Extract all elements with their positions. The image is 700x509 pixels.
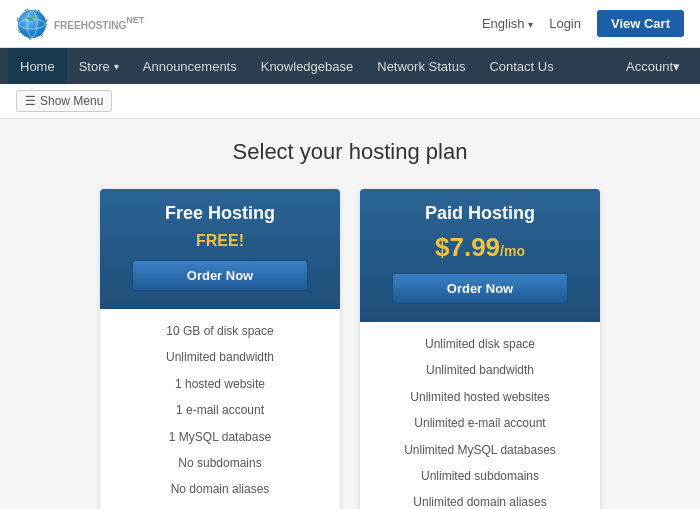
paid-hosting-card: Paid Hosting $7.99/mo Order Now Unlimite… (360, 189, 600, 509)
feature-email: 1 e-mail account (116, 400, 324, 420)
feature-disk: 10 GB of disk space (116, 321, 324, 341)
paid-feature-disk: Unlimited disk space (376, 334, 584, 354)
nav-item-store[interactable]: Store ▾ (67, 48, 131, 84)
feature-mysql: 1 MySQL database (116, 427, 324, 447)
nav-item-network-status[interactable]: Network Status (365, 48, 477, 84)
paid-feature-domain-aliases: Unlimited domain aliases (376, 492, 584, 509)
breadcrumb-bar: ☰ Show Menu (0, 84, 700, 119)
page-title: Select your hosting plan (24, 139, 676, 165)
view-cart-button[interactable]: View Cart (597, 10, 684, 37)
free-plan-title: Free Hosting (110, 203, 330, 224)
feature-bandwidth: Unlimited bandwidth (116, 347, 324, 367)
header-right: English ▾ Login View Cart (482, 10, 684, 37)
free-plan-price: FREE! (110, 232, 330, 250)
site-header: FREEHOSTINGNET English ▾ Login View Cart (0, 0, 700, 48)
feature-websites: 1 hosted website (116, 374, 324, 394)
svg-point-6 (18, 10, 46, 38)
paid-plan-title: Paid Hosting (370, 203, 590, 224)
paid-plan-features: Unlimited disk space Unlimited bandwidth… (360, 322, 600, 509)
logo-text: FREEHOSTINGNET (54, 15, 144, 32)
free-order-button[interactable]: Order Now (132, 260, 308, 291)
chevron-down-icon: ▾ (114, 61, 119, 72)
paid-feature-bandwidth: Unlimited bandwidth (376, 360, 584, 380)
nav-item-announcements[interactable]: Announcements (131, 48, 249, 84)
logo-suffix: NET (126, 15, 144, 25)
paid-feature-mysql: Unlimited MySQL databases (376, 440, 584, 460)
free-hosting-card: Free Hosting FREE! Order Now 10 GB of di… (100, 189, 340, 509)
logo-icon (16, 8, 48, 40)
main-content: Select your hosting plan Free Hosting FR… (0, 119, 700, 509)
nav-item-contact-us[interactable]: Contact Us (477, 48, 565, 84)
pricing-row: Free Hosting FREE! Order Now 10 GB of di… (24, 189, 676, 509)
show-menu-button[interactable]: ☰ Show Menu (16, 90, 112, 112)
free-plan-features: 10 GB of disk space Unlimited bandwidth … (100, 309, 340, 509)
paid-plan-price: $7.99/mo (370, 232, 590, 263)
nav-item-home[interactable]: Home (8, 48, 67, 84)
chevron-down-icon: ▾ (673, 59, 680, 74)
feature-subdomains: No subdomains (116, 453, 324, 473)
nav-account[interactable]: Account ▾ (614, 48, 692, 84)
logo-name: FREEHOSTING (54, 20, 126, 31)
menu-icon: ☰ (25, 94, 36, 108)
login-link[interactable]: Login (549, 16, 581, 31)
paid-card-header: Paid Hosting $7.99/mo Order Now (360, 189, 600, 322)
paid-feature-email: Unlimited e-mail account (376, 413, 584, 433)
main-nav: Home Store ▾ Announcements Knowledgebase… (0, 48, 700, 84)
logo-area: FREEHOSTINGNET (16, 8, 144, 40)
feature-domain-aliases: No domain aliases (116, 479, 324, 499)
free-card-header: Free Hosting FREE! Order Now (100, 189, 340, 309)
chevron-down-icon: ▾ (528, 19, 533, 30)
paid-order-button[interactable]: Order Now (392, 273, 568, 304)
paid-feature-websites: Unlimited hosted websites (376, 387, 584, 407)
paid-feature-subdomains: Unlimited subdomains (376, 466, 584, 486)
nav-item-knowledgebase[interactable]: Knowledgebase (249, 48, 366, 84)
language-selector[interactable]: English ▾ (482, 16, 533, 31)
